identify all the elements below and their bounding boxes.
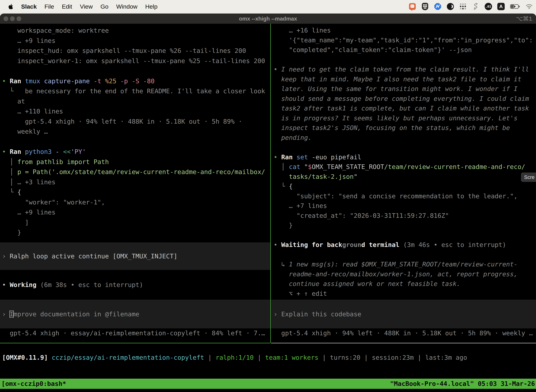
terminal-line: gpt-5.4 xhigh · 94% left · 488K in · 5.1… <box>2 117 270 127</box>
left-pane-output[interactable]: workspace_mode: worktree … +9 lines insp… <box>2 25 270 238</box>
terminal-line <box>2 66 270 76</box>
terminal-line: later. Using the same for transition mig… <box>274 84 536 94</box>
terminal-line: • I need to get the claim token from the… <box>274 65 536 74</box>
terminal-line: › Ralph loop active continue [OMX_TMUX_I… <box>2 252 177 260</box>
tmux-host-clock: "MacBook-Pro-44.local" 05:03 31-Mar-26 <box>390 379 535 389</box>
a-badge-icon[interactable]: A <box>497 3 505 10</box>
right-pane-border <box>271 343 536 343</box>
terminal-line: continue assigned work or next feasible … <box>274 279 536 289</box>
terminal-line: readme-and-reco/mailbox/worker-1.json, a… <box>274 269 536 279</box>
menu-bar: SlackFileEditViewGoWindowHelp ..61 A <box>0 0 536 13</box>
menu-item-file[interactable]: File <box>44 3 54 10</box>
menu-item-view[interactable]: View <box>80 3 93 10</box>
terminal-line: │ cat "$OMX_TEAM_STATE_ROOT/team/review-… <box>274 162 536 172</box>
terminal-line: pending. <box>274 133 536 143</box>
terminal-line: inspect task2's JSON, focusing on the st… <box>274 123 536 133</box>
terminal-line: at <box>2 96 270 107</box>
right-model-status: gpt-5.4 xhigh · 94% left · 488K in · 5.1… <box>274 328 536 338</box>
terminal-line: … +7 lines <box>274 201 536 211</box>
working-status: • Working (6m 38s • esc to interrupt) <box>2 280 143 290</box>
terminal-line: • Ran tmux capture-pane -t %25 -p -S -80 <box>2 76 270 86</box>
terminal-line: › Explain this codebase <box>274 311 361 318</box>
menu-items: SlackFileEditViewGoWindowHelp <box>21 3 158 10</box>
s-curve-icon[interactable] <box>472 3 479 10</box>
terminal-line: "created_at": "2026-03-31T11:59:27.816Z" <box>274 211 536 221</box>
tooltip-label: Scre <box>524 174 535 180</box>
wifi-icon[interactable] <box>526 3 533 10</box>
tmux-session-label: [omx-cczip0:bash* <box>1 379 66 389</box>
terminal-line: └ { <box>274 182 536 191</box>
terminal-line: └ { <box>2 187 270 197</box>
terminal-line: │ … +3 lines <box>2 177 270 187</box>
terminal-line <box>274 250 536 260</box>
left-prompt-input[interactable]: › Improve documentation in @filename <box>0 300 270 328</box>
terminal-line: weekly … <box>2 126 270 137</box>
battery-icon[interactable] <box>510 3 520 10</box>
terminal-line: ↳ 1 new msg(s): read $OMX_TEAM_STATE_ROO… <box>274 259 536 269</box>
shield-icon[interactable] <box>421 3 429 10</box>
window-title: omx --xhigh --madmax <box>0 14 536 24</box>
terminal-line: is in progress? It seems likely but perh… <box>274 113 536 123</box>
terminal-window: omx --xhigh --madmax ⌥⌘1 workspace_mode:… <box>0 14 536 392</box>
left-model-status: gpt-5.4 xhigh · essay/ai-reimplementatio… <box>2 328 270 338</box>
menu-item-slack[interactable]: Slack <box>21 3 37 10</box>
menu-item-help[interactable]: Help <box>145 3 158 10</box>
terminal-line: • Working (6m 38s • esc to interrupt) <box>2 280 143 290</box>
screen-capture-tooltip: Scre <box>521 173 536 182</box>
chat-icon[interactable] <box>409 3 416 10</box>
right-prompt-input[interactable]: › Explain this codebase <box>271 300 536 328</box>
terminal-line: "subject": "send a concise recommendatio… <box>274 191 536 201</box>
terminal-line <box>274 55 536 65</box>
terminal-line: … +110 lines <box>2 106 270 117</box>
terminal-line: … +9 lines <box>2 207 270 217</box>
right-pane-output[interactable]: … +16 lines '{"team_name":"my-team","tas… <box>274 25 536 299</box>
terminal-line: [OMX#0.11.9] cczip/essay/ai-reimplementa… <box>2 352 467 363</box>
blue-badge-icon[interactable] <box>434 3 441 10</box>
terminal-line: workspace_mode: worktree <box>2 25 270 36</box>
terminal-line: keep that in mind. Maybe I also need the… <box>274 74 536 84</box>
menu-item-edit[interactable]: Edit <box>62 3 72 10</box>
terminal-line: › Improve documentation in @filename <box>2 311 139 318</box>
menu-extras: ..61 A <box>409 3 533 10</box>
terminal-line: • Ran python3 - <<'PY' <box>2 147 270 157</box>
terminal-line: "worker": "worker-1", <box>2 197 270 207</box>
omx-status-line: [OMX#0.11.9] cczip/essay/ai-reimplementa… <box>2 352 467 363</box>
moon-icon[interactable] <box>447 3 454 10</box>
terminal-line: '{"team_name":"my-team","task_id":"1","f… <box>274 35 536 45</box>
terminal-line: inspect_worker-1: omx sparkshell --tmux-… <box>2 56 270 66</box>
terminal-line: gpt-5.4 xhigh · 94% left · 488K in · 5.1… <box>274 328 536 338</box>
window-shortcut-badge: ⌥⌘1 <box>516 14 532 24</box>
terminal-line: } <box>2 227 270 238</box>
terminal-line: │ p = Path('.omx/state/team/review-curre… <box>2 167 270 177</box>
dots-grid-icon[interactable] <box>459 3 467 10</box>
terminal-line: task2 after task1 is complete, but can I… <box>274 103 536 113</box>
terminal-line <box>2 137 270 147</box>
terminal-line: gpt-5.4 xhigh · essay/ai-reimplementatio… <box>2 328 270 338</box>
terminal-content[interactable]: workspace_mode: worktree … +9 lines insp… <box>0 24 536 392</box>
window-title-bar[interactable]: omx --xhigh --madmax ⌥⌘1 <box>0 14 536 24</box>
terminal-line: inspect_hud: omx sparkshell --tmux-pane … <box>2 46 270 56</box>
menu-item-window[interactable]: Window <box>116 3 138 10</box>
menu-item-go[interactable]: Go <box>100 3 108 10</box>
tmux-status-bar[interactable]: [omx-cczip0:bash* "MacBook-Pro-44.local"… <box>0 379 536 389</box>
terminal-line: … +16 lines <box>274 25 536 35</box>
terminal-line <box>274 230 536 240</box>
terminal-line: • Waiting for background terminal (3m 46… <box>274 240 536 250</box>
terminal-line: ] <box>2 217 270 228</box>
terminal-line: • Ran set -euo pipefail <box>274 152 536 162</box>
terminal-line: "completed","claim_token":"claim-token"}… <box>274 45 536 55</box>
terminal-line: └ be necessary for the end of the README… <box>2 86 270 96</box>
terminal-line: ⌥ + ↑ edit <box>274 289 536 299</box>
terminal-line: │ from pathlib import Path <box>2 157 270 167</box>
badge-61-icon[interactable]: ..61 <box>485 3 492 10</box>
terminal-line <box>274 142 536 152</box>
pane-divider[interactable] <box>270 24 271 343</box>
apple-icon[interactable] <box>8 3 14 10</box>
ralph-loop-banner: › Ralph loop active continue [OMX_TMUX_I… <box>0 242 270 270</box>
terminal-line: should send a message before completing … <box>274 94 536 104</box>
terminal-line: } <box>274 220 536 230</box>
terminal-line: … +9 lines <box>2 36 270 46</box>
left-pane-border <box>0 343 270 343</box>
terminal-line: tasks/task-2.json" <box>274 172 536 182</box>
